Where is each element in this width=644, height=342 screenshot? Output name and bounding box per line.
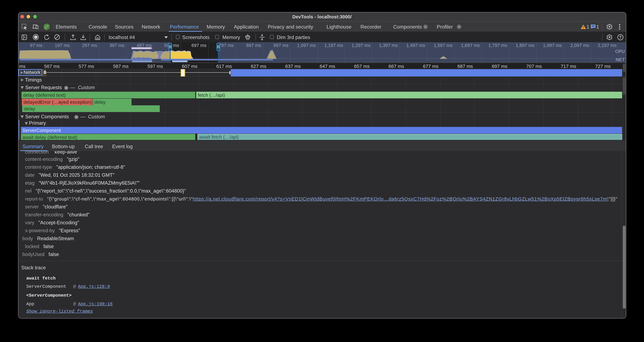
svg-text:?: ?: [619, 35, 622, 39]
